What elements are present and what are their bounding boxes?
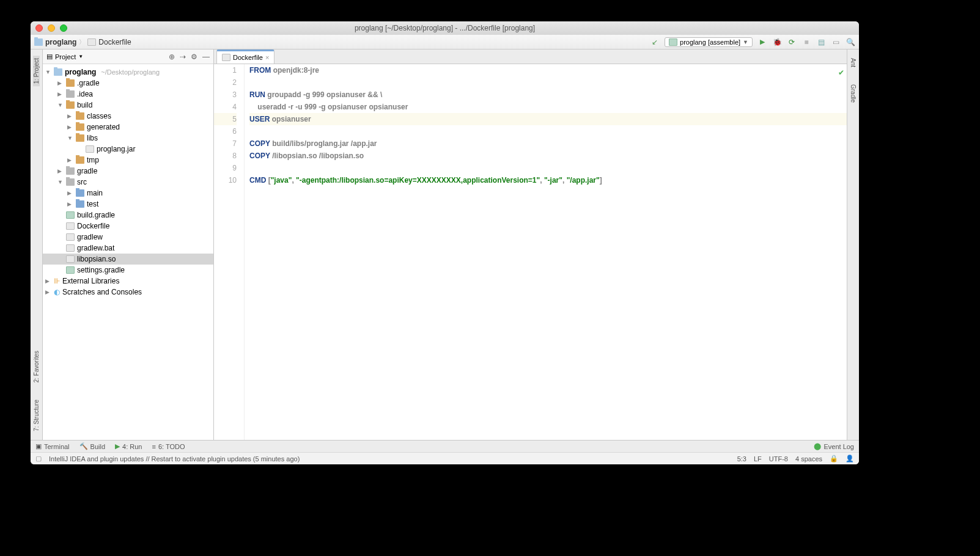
- label: 6: TODO: [158, 443, 185, 450]
- run-button[interactable]: [757, 37, 767, 47]
- file-icon: [222, 54, 230, 61]
- tree-item[interactable]: ▶.gradle: [43, 78, 213, 89]
- tree-item[interactable]: proglang.jar: [43, 144, 213, 155]
- collapse-icon[interactable]: ⇢: [180, 53, 186, 61]
- build-icon[interactable]: ↙: [650, 37, 660, 47]
- tree-item[interactable]: libopsian.so: [43, 254, 213, 265]
- tree-scratches[interactable]: ▶◐Scratches and Consoles: [43, 287, 213, 298]
- tree-item[interactable]: ▶test: [43, 199, 213, 210]
- txt: groupadd -g 999 opsianuser && \: [265, 90, 382, 99]
- project-structure-icon[interactable]: ▤: [816, 37, 826, 47]
- tool-tab-ant[interactable]: Ant: [850, 56, 857, 70]
- coverage-button[interactable]: ⟳: [787, 37, 797, 47]
- tree-item-label: settings.gradle: [77, 266, 125, 274]
- tool-tab-gradle[interactable]: Gradle: [850, 82, 857, 105]
- tree-item[interactable]: ▶gradle: [43, 166, 213, 177]
- project-view-selector[interactable]: ▤ Project ▼: [46, 53, 83, 60]
- label: Event Log: [823, 443, 854, 450]
- tree-item[interactable]: ▼build: [43, 100, 213, 111]
- editor-tab-dockerfile[interactable]: Dockerfile ×: [216, 49, 274, 64]
- breadcrumb-separator: 〉: [79, 38, 85, 46]
- tool-tab-build[interactable]: 🔨Build: [79, 442, 105, 450]
- tree-item[interactable]: Dockerfile: [43, 221, 213, 232]
- txt: build/libs/proglang.jar /app.jar: [270, 139, 377, 148]
- breadcrumb-file[interactable]: Dockerfile: [87, 38, 131, 46]
- tree-item[interactable]: ▼src: [43, 177, 213, 188]
- file-encoding[interactable]: UTF-8: [769, 455, 788, 463]
- lock-icon[interactable]: 🔒: [830, 455, 838, 463]
- tree-item-icon: [76, 200, 84, 208]
- locate-icon[interactable]: ⊕: [169, 53, 175, 61]
- str: "-agentpath:/libopsian.so=apiKey=XXXXXXX…: [296, 176, 540, 185]
- kw: USER: [249, 115, 270, 123]
- kw: CMD: [249, 176, 266, 185]
- tree-item[interactable]: settings.gradle: [43, 265, 213, 276]
- tree-item[interactable]: ▶classes: [43, 111, 213, 122]
- project-icon: ▤: [46, 53, 53, 60]
- txt: /libopsian.so /libopsian.so: [270, 152, 364, 160]
- txt: useradd -r -u 999 -g opsianuser opsianus…: [249, 103, 408, 111]
- tool-tab-favorites[interactable]: 2: Favorites: [33, 348, 40, 385]
- tree-item-label: Dockerfile: [77, 222, 109, 230]
- tree-item[interactable]: build.gradle: [43, 210, 213, 221]
- txt: openjdk:8-jre: [271, 66, 319, 75]
- tree-item-label: libs: [87, 134, 98, 142]
- status-message[interactable]: IntelliJ IDEA and plugin updates // Rest…: [49, 455, 300, 463]
- str: "java": [271, 176, 292, 185]
- hide-icon[interactable]: —: [202, 53, 210, 61]
- scratches-icon: ◐: [54, 288, 60, 296]
- chevron-down-icon: ▼: [78, 54, 83, 59]
- tool-tab-run[interactable]: 4: Run: [115, 442, 142, 450]
- gear-icon[interactable]: ⚙: [191, 53, 197, 61]
- run-config-label: proglang [assemble]: [680, 38, 740, 46]
- tree-item-icon: [66, 79, 75, 87]
- tree-item[interactable]: gradlew: [43, 232, 213, 243]
- tree-item-label: gradlew.bat: [77, 244, 114, 252]
- play-icon: [115, 442, 120, 450]
- tree-root[interactable]: ▼proglang~/Desktop/proglang: [43, 67, 213, 78]
- tree-item-icon: [76, 134, 84, 142]
- tree-item[interactable]: ▶tmp: [43, 155, 213, 166]
- line-separator[interactable]: LF: [754, 455, 762, 463]
- tree-item[interactable]: ▶main: [43, 188, 213, 199]
- toggle-tools-icon[interactable]: ▢: [35, 455, 42, 463]
- project-tree[interactable]: ▼proglang~/Desktop/proglang▶.gradle▶.ide…: [43, 64, 213, 440]
- tool-tab-event-log[interactable]: ⬤Event Log: [814, 442, 854, 450]
- tree-item[interactable]: ▼libs: [43, 133, 213, 144]
- breadcrumb-root-label: proglang: [45, 38, 76, 46]
- tree-item-label: gradle: [77, 167, 97, 175]
- stop-button[interactable]: [801, 37, 811, 47]
- left-tool-strip: 1: Project 2: Favorites 7: Structure: [31, 49, 43, 440]
- tool-tab-project[interactable]: 1: Project: [33, 56, 40, 86]
- label: 4: Run: [122, 443, 142, 450]
- tree-item[interactable]: ▶.idea: [43, 89, 213, 100]
- tree-item-icon: [76, 156, 84, 164]
- indent-setting[interactable]: 4 spaces: [795, 455, 822, 463]
- caret-position[interactable]: 5:3: [737, 455, 746, 463]
- breadcrumb-file-label: Dockerfile: [98, 38, 131, 46]
- inspection-ok-icon[interactable]: ✔: [838, 67, 844, 79]
- tab-close-icon[interactable]: ×: [265, 54, 269, 61]
- editor-settings-icon[interactable]: ▭: [831, 37, 841, 47]
- tree-item-label: gradlew: [77, 233, 103, 241]
- breadcrumb-root[interactable]: proglang: [34, 38, 76, 46]
- tree-external-libraries[interactable]: ▶⊪External Libraries: [43, 276, 213, 287]
- hector-icon[interactable]: 👤: [846, 455, 854, 463]
- folder-icon: [34, 38, 43, 46]
- tool-tab-todo[interactable]: ≡6: TODO: [152, 443, 185, 450]
- kw: COPY: [249, 139, 270, 148]
- tool-tab-terminal[interactable]: ▣Terminal: [35, 442, 70, 450]
- tree-item-icon: [66, 90, 75, 98]
- tool-tab-structure[interactable]: 7: Structure: [33, 397, 40, 434]
- code-editor[interactable]: ✔ FROM openjdk:8-jre RUN groupadd -g 999…: [245, 64, 847, 440]
- hammer-icon: 🔨: [79, 442, 88, 450]
- tree-item[interactable]: gradlew.bat: [43, 243, 213, 254]
- tree-item-icon: [66, 222, 75, 230]
- tree-item-icon: [66, 167, 75, 175]
- search-everywhere-icon[interactable]: 🔍: [846, 37, 855, 47]
- debug-button[interactable]: 🐞: [772, 37, 782, 47]
- run-config-selector[interactable]: proglang [assemble] ▼: [665, 37, 753, 47]
- library-icon: ⊪: [54, 277, 60, 285]
- txt: opsianuser: [270, 115, 311, 123]
- tree-item[interactable]: ▶generated: [43, 122, 213, 133]
